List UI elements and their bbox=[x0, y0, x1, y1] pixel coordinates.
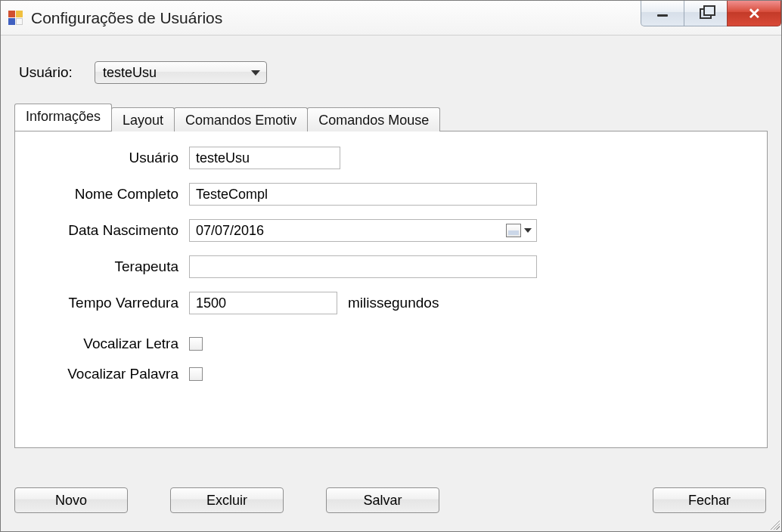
minimize-icon bbox=[657, 14, 668, 17]
client-area: Usuário: testeUsu Informações Layout Com… bbox=[14, 46, 768, 518]
salvar-button[interactable]: Salvar bbox=[326, 487, 439, 513]
user-select-row: Usuário: testeUsu bbox=[19, 61, 768, 84]
data-nascimento-value: 07/07/2016 bbox=[196, 223, 264, 239]
window-controls: ✕ bbox=[641, 1, 781, 26]
calendar-icon bbox=[506, 224, 521, 237]
window-title: Configurações de Usuários bbox=[31, 9, 222, 27]
tempo-unit: milissegundos bbox=[348, 295, 439, 311]
vocalizar-palavra-checkbox[interactable] bbox=[189, 367, 203, 381]
user-label: Usuário: bbox=[19, 64, 95, 81]
usuario-field-label: Usuário bbox=[33, 150, 189, 166]
tempo-varredura-label: Tempo Varredura bbox=[33, 295, 189, 311]
maximize-icon bbox=[700, 8, 712, 19]
tab-page-informacoes: Usuário testeUsu Nome Completo TesteComp… bbox=[14, 131, 768, 448]
tab-informacoes[interactable]: Informações bbox=[14, 104, 112, 131]
tab-comandos-mouse[interactable]: Comandos Mouse bbox=[307, 107, 440, 131]
vocalizar-letra-checkbox[interactable] bbox=[189, 337, 203, 351]
user-dropdown[interactable]: testeUsu bbox=[95, 61, 267, 84]
terapeuta-label: Terapeuta bbox=[33, 258, 189, 275]
nome-completo-label: Nome Completo bbox=[33, 186, 189, 203]
maximize-button[interactable] bbox=[684, 1, 728, 26]
vocalizar-letra-label: Vocalizar Letra bbox=[33, 336, 189, 352]
user-dropdown-value: testeUsu bbox=[103, 65, 157, 81]
window: Configurações de Usuários ✕ Usuário: tes… bbox=[0, 0, 782, 532]
usuario-input[interactable]: testeUsu bbox=[189, 147, 340, 169]
excluir-button[interactable]: Excluir bbox=[170, 487, 284, 513]
nome-completo-input[interactable]: TesteCompl bbox=[189, 183, 537, 206]
vocalizar-palavra-label: Vocalizar Palavra bbox=[33, 366, 189, 382]
button-row: Novo Excluir Salvar Fechar bbox=[14, 487, 766, 513]
data-nascimento-picker[interactable]: 07/07/2016 bbox=[189, 219, 537, 242]
tab-control: Informações Layout Comandos Emotiv Coman… bbox=[14, 104, 768, 448]
chevron-down-icon bbox=[524, 228, 532, 233]
tempo-varredura-input[interactable]: 1500 bbox=[189, 292, 337, 314]
close-button[interactable]: ✕ bbox=[727, 1, 781, 26]
resize-grip[interactable] bbox=[768, 518, 780, 530]
tab-layout[interactable]: Layout bbox=[111, 107, 175, 131]
tab-strip: Informações Layout Comandos Emotiv Coman… bbox=[14, 104, 768, 131]
data-nascimento-label: Data Nascimento bbox=[33, 222, 189, 239]
titlebar: Configurações de Usuários ✕ bbox=[1, 1, 781, 36]
minimize-button[interactable] bbox=[641, 1, 684, 26]
novo-button[interactable]: Novo bbox=[14, 487, 128, 513]
fechar-button[interactable]: Fechar bbox=[653, 487, 766, 513]
tab-comandos-emotiv[interactable]: Comandos Emotiv bbox=[174, 107, 308, 131]
chevron-down-icon bbox=[251, 70, 260, 76]
app-icon bbox=[8, 11, 23, 26]
terapeuta-input[interactable] bbox=[189, 255, 537, 278]
close-icon: ✕ bbox=[748, 6, 761, 21]
